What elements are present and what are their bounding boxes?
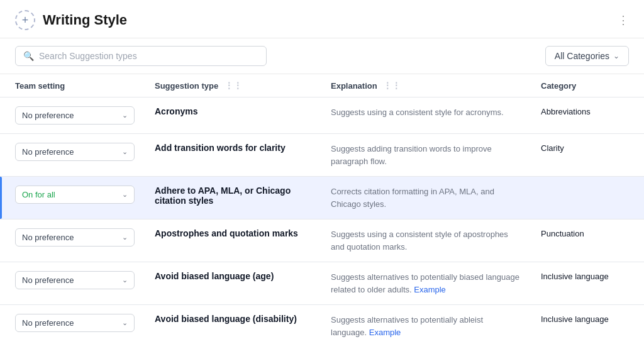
col-category: Category (531, 74, 644, 97)
chevron-down-icon: ⌄ (122, 276, 128, 284)
suggestion-type-cell: Avoid biased language (disability) (145, 305, 321, 345)
page-container: + Writing Style ⋮ 🔍 All Categories ⌄ Tea… (0, 0, 644, 344)
col-suggestion-type: Suggestion type ⋮⋮ (145, 74, 321, 97)
team-setting-cell: On for all⌄ (0, 177, 145, 219)
explanation-text: Corrects citation formatting in APA, MLA… (331, 187, 494, 209)
team-setting-label: On for all (22, 190, 55, 199)
search-icon: 🔍 (23, 51, 34, 61)
team-setting-cell: No preference⌄ (0, 262, 145, 305)
explanation-cell: Suggests using a consistent style for ac… (321, 97, 531, 134)
col-team-setting: Team setting (0, 74, 145, 97)
drag-handle-icon: ⋮⋮ (225, 80, 242, 91)
explanation-cell: Suggests alternatives to potentially bia… (321, 262, 531, 305)
explanation-example-link[interactable]: Example (369, 328, 401, 337)
table-row: No preference⌄Avoid biased language (dis… (0, 305, 644, 345)
category-label: All Categories (555, 51, 609, 61)
chevron-down-icon: ⌄ (613, 52, 619, 60)
suggestion-type-cell: Acronyms (145, 97, 321, 134)
page-title: Writing Style (43, 12, 127, 28)
category-filter-button[interactable]: All Categories ⌄ (545, 46, 629, 66)
team-setting-cell: No preference⌄ (0, 305, 145, 345)
explanation-text: Suggests alternatives to potentially bia… (331, 272, 519, 294)
team-setting-select[interactable]: No preference⌄ (15, 271, 135, 289)
category-label: Inclusive language (541, 272, 609, 281)
chevron-down-icon: ⌄ (122, 319, 128, 327)
chevron-down-icon: ⌄ (122, 148, 128, 156)
explanation-cell: Suggests alternatives to potentially abl… (321, 305, 531, 345)
explanation-text: Suggests alternatives to potentially abl… (331, 315, 483, 337)
suggestion-type-label: Add transition words for clarity (155, 143, 286, 153)
table-row: No preference⌄AcronymsSuggests using a c… (0, 97, 644, 134)
category-label: Punctuation (541, 229, 584, 238)
team-setting-select[interactable]: No preference⌄ (15, 143, 135, 161)
table-body: No preference⌄AcronymsSuggests using a c… (0, 97, 644, 345)
col-explanation: Explanation ⋮⋮ (321, 74, 531, 97)
chevron-down-icon: ⌄ (122, 191, 128, 199)
header: + Writing Style ⋮ (0, 0, 644, 38)
table-container: Team setting Suggestion type ⋮⋮ Explanat… (0, 74, 644, 344)
explanation-text: Suggests adding transition words to impr… (331, 144, 492, 166)
team-setting-label: No preference (22, 147, 74, 157)
team-setting-label: No preference (22, 233, 74, 242)
category-cell: Abbreviations (531, 97, 644, 134)
chevron-down-icon: ⌄ (122, 233, 128, 241)
category-cell: Punctuation (531, 219, 644, 262)
search-input[interactable] (39, 51, 258, 61)
more-options-icon[interactable]: ⋮ (618, 13, 629, 27)
team-setting-label: No preference (22, 275, 74, 285)
team-setting-cell: No preference⌄ (0, 134, 145, 177)
suggestion-type-label: Avoid biased language (disability) (155, 314, 297, 324)
table-header-row: Team setting Suggestion type ⋮⋮ Explanat… (0, 74, 644, 97)
category-cell (531, 177, 644, 219)
explanation-cell: Corrects citation formatting in APA, MLA… (321, 177, 531, 219)
team-setting-cell: No preference⌄ (0, 97, 145, 134)
category-cell: Clarity (531, 134, 644, 177)
drag-handle-icon: ⋮⋮ (383, 80, 401, 91)
suggestion-type-label: Adhere to APA, MLA, or Chicago citation … (155, 186, 291, 206)
suggestion-type-label: Acronyms (155, 106, 197, 116)
chevron-down-icon: ⌄ (122, 111, 128, 119)
table-row: No preference⌄Apostrophes and quotation … (0, 219, 644, 262)
explanation-example-link[interactable]: Example (414, 285, 446, 294)
team-setting-select[interactable]: On for all⌄ (15, 186, 135, 204)
table-row: No preference⌄Add transition words for c… (0, 134, 644, 177)
toolbar: 🔍 All Categories ⌄ (0, 38, 644, 74)
table-row: On for all⌄Adhere to APA, MLA, or Chicag… (0, 177, 644, 219)
explanation-text: Suggests using a consistent style of apo… (331, 230, 508, 252)
explanation-cell: Suggests adding transition words to impr… (321, 134, 531, 177)
team-setting-label: No preference (22, 111, 74, 120)
team-setting-select[interactable]: No preference⌄ (15, 106, 135, 125)
suggestion-type-cell: Add transition words for clarity (145, 134, 321, 177)
suggestion-type-cell: Avoid biased language (age) (145, 262, 321, 305)
team-setting-select[interactable]: No preference⌄ (15, 228, 135, 247)
category-cell: Inclusive language (531, 305, 644, 345)
suggestion-type-label: Apostrophes and quotation marks (155, 228, 298, 238)
explanation-cell: Suggests using a consistent style of apo… (321, 219, 531, 262)
category-label: Clarity (541, 143, 564, 153)
table-row: No preference⌄Avoid biased language (age… (0, 262, 644, 305)
search-box[interactable]: 🔍 (15, 46, 267, 66)
team-setting-label: No preference (22, 318, 74, 328)
suggestion-type-cell: Adhere to APA, MLA, or Chicago citation … (145, 177, 321, 219)
suggestion-type-cell: Apostrophes and quotation marks (145, 219, 321, 262)
explanation-text: Suggests using a consistent style for ac… (331, 108, 504, 117)
team-setting-cell: No preference⌄ (0, 219, 145, 262)
category-label: Abbreviations (541, 107, 591, 116)
suggestions-table: Team setting Suggestion type ⋮⋮ Explanat… (0, 74, 644, 344)
suggestion-type-label: Avoid biased language (age) (155, 271, 274, 281)
team-setting-select[interactable]: No preference⌄ (15, 314, 135, 332)
category-cell: Inclusive language (531, 262, 644, 305)
add-icon[interactable]: + (15, 10, 35, 30)
category-label: Inclusive language (541, 314, 609, 324)
